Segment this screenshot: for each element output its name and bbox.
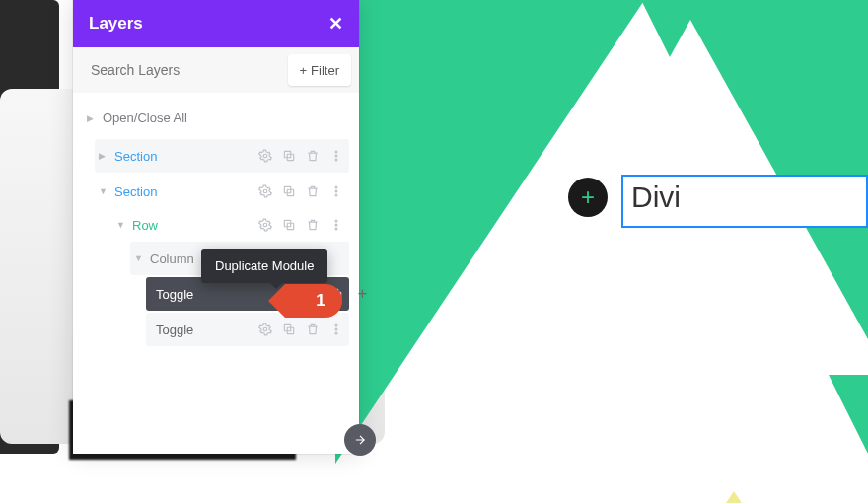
open-close-all-button[interactable]: ▶ Open/Close All bbox=[79, 105, 349, 139]
svg-point-26 bbox=[335, 332, 337, 334]
gear-icon[interactable] bbox=[258, 149, 272, 163]
tree-item-module[interactable]: Toggle bbox=[146, 313, 349, 346]
open-close-label: Open/Close All bbox=[103, 110, 187, 125]
search-input[interactable] bbox=[91, 62, 280, 78]
more-icon[interactable] bbox=[329, 218, 343, 232]
tree-label: Section bbox=[114, 149, 258, 164]
row-actions bbox=[258, 184, 343, 198]
svg-point-21 bbox=[263, 327, 267, 331]
chevron-right-icon: ▶ bbox=[99, 151, 110, 161]
gear-icon[interactable] bbox=[258, 323, 272, 336]
gear-icon[interactable] bbox=[258, 184, 272, 198]
svg-point-4 bbox=[335, 155, 337, 157]
add-module-button[interactable]: + bbox=[568, 178, 608, 217]
callout-number: 1 bbox=[316, 291, 325, 311]
callout-badge: 1 bbox=[285, 284, 342, 318]
svg-point-11 bbox=[335, 194, 337, 196]
layers-panel: Layers ✕ + Filter ▶ Open/Close All ▶ Sec… bbox=[73, 0, 359, 454]
panel-search-bar: + Filter bbox=[73, 47, 359, 93]
svg-point-0 bbox=[263, 154, 267, 158]
filter-button[interactable]: + Filter bbox=[288, 54, 351, 86]
svg-point-16 bbox=[335, 224, 337, 226]
chevron-down-icon: ▼ bbox=[99, 186, 110, 196]
tree-item-row[interactable]: ▼ Row bbox=[112, 208, 349, 242]
tree-label: Toggle bbox=[150, 323, 258, 337]
duplicate-icon[interactable] bbox=[282, 149, 296, 163]
row-actions bbox=[258, 149, 343, 163]
panel-header: Layers ✕ bbox=[73, 0, 359, 47]
panel-title: Layers bbox=[89, 14, 143, 34]
filter-label: Filter bbox=[311, 63, 339, 78]
tree-item-section[interactable]: ▶ Section bbox=[95, 139, 349, 173]
resize-icon bbox=[353, 433, 367, 447]
svg-point-17 bbox=[335, 228, 337, 230]
bg-yellow-triangle bbox=[718, 491, 750, 503]
duplicate-icon[interactable] bbox=[282, 218, 296, 232]
panel-resize-handle[interactable] bbox=[344, 424, 376, 456]
trash-icon[interactable] bbox=[306, 149, 320, 163]
trash-icon[interactable] bbox=[306, 184, 320, 198]
tooltip-duplicate-module: Duplicate Module bbox=[201, 249, 327, 283]
duplicate-icon[interactable] bbox=[282, 323, 296, 336]
chevron-right-icon: ▶ bbox=[87, 113, 99, 123]
text-module-value: Divi bbox=[631, 180, 681, 213]
svg-point-25 bbox=[335, 328, 337, 330]
trash-icon[interactable] bbox=[306, 323, 320, 336]
chevron-down-icon: ▼ bbox=[134, 253, 146, 263]
text-module-input[interactable]: Divi bbox=[621, 175, 868, 228]
tree-label: Row bbox=[132, 218, 258, 233]
more-icon[interactable] bbox=[329, 149, 343, 163]
trash-icon[interactable] bbox=[306, 218, 320, 232]
row-actions bbox=[258, 323, 343, 336]
more-icon[interactable] bbox=[329, 323, 343, 336]
gear-icon[interactable] bbox=[258, 218, 272, 232]
plus-icon: + bbox=[581, 183, 595, 211]
svg-point-24 bbox=[335, 324, 337, 326]
svg-point-15 bbox=[335, 220, 337, 222]
tree-label: Section bbox=[114, 184, 258, 199]
svg-point-9 bbox=[335, 186, 337, 188]
svg-point-12 bbox=[263, 223, 267, 227]
more-icon[interactable] bbox=[329, 184, 343, 198]
svg-point-5 bbox=[335, 159, 337, 161]
close-icon[interactable]: ✕ bbox=[328, 13, 343, 35]
svg-point-10 bbox=[335, 190, 337, 192]
tree-item-section[interactable]: ▼ Section bbox=[95, 175, 349, 208]
chevron-down-icon: ▼ bbox=[116, 220, 128, 230]
duplicate-icon[interactable] bbox=[282, 184, 296, 198]
add-after-button[interactable]: + bbox=[358, 285, 367, 303]
svg-point-3 bbox=[335, 151, 337, 153]
svg-point-6 bbox=[263, 189, 267, 193]
plus-icon: + bbox=[300, 63, 308, 78]
layer-tree: ▶ Open/Close All ▶ Section ▼ Section bbox=[73, 93, 359, 358]
row-actions bbox=[258, 218, 343, 232]
